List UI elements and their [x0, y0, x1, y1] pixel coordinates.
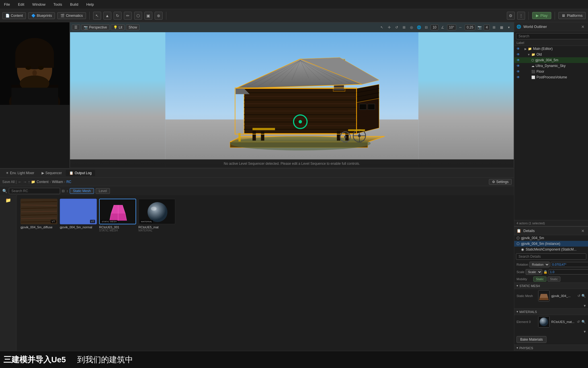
- static-mesh-section-header[interactable]: ▾ STATIC MESH: [514, 282, 588, 289]
- rotation-dropdown[interactable]: Rotation: [529, 262, 550, 267]
- physics-section-header[interactable]: ▾ PHYSICS: [514, 345, 588, 351]
- grid-icon[interactable]: ⊞: [491, 24, 497, 31]
- scale-dropdown[interactable]: Scale: [526, 269, 542, 275]
- cinematics-tab[interactable]: 🎬 Cinematics: [57, 12, 86, 19]
- list-item[interactable]: VT gjovik_004_5m_normal: [60, 199, 97, 347]
- filter-icon[interactable]: ⊟: [62, 189, 65, 193]
- sequencer-tab[interactable]: ▶ Sequencer: [38, 170, 65, 176]
- outliner-item-sky[interactable]: 👁 ☁ Ultra_Dynamic_Sky: [514, 63, 588, 69]
- menu-build[interactable]: Build: [68, 1, 80, 8]
- forward-btn[interactable]: →: [23, 180, 27, 184]
- camera-icon[interactable]: 📷: [476, 24, 483, 31]
- menu-window[interactable]: Window: [30, 1, 47, 8]
- nav-folder-icon[interactable]: 📁: [5, 198, 11, 203]
- list-item[interactable]: VT gjovik_004_5m_diffuse: [21, 199, 58, 347]
- sort-icon[interactable]: ↕: [66, 189, 68, 193]
- layout-icon[interactable]: ▦: [498, 24, 505, 31]
- list-item[interactable]: MATERIAL RCtoUE5_mat: [138, 199, 175, 347]
- visibility-icon[interactable]: 👁: [517, 75, 520, 79]
- visibility-icon[interactable]: 👁: [517, 70, 520, 74]
- perspective-button[interactable]: 📷 Perspective: [81, 25, 110, 30]
- materials-section-header[interactable]: ▾ MATERIALS: [514, 308, 588, 315]
- chevron-down-icon[interactable]: ▾: [506, 24, 512, 31]
- hamburger-menu[interactable]: ☰: [72, 25, 80, 30]
- platforms-button[interactable]: 🖥 Platforms: [558, 12, 586, 19]
- bake-materials-button[interactable]: Bake Materials: [517, 336, 546, 343]
- search-mat-icon[interactable]: 🔍: [581, 320, 586, 324]
- outliner-search-input[interactable]: [516, 33, 588, 39]
- play-button[interactable]: ▶ Play: [532, 12, 551, 19]
- outliner-item-floor[interactable]: 👁 ⬛ Floor: [514, 69, 588, 74]
- content-tab[interactable]: 📄 Content: [2, 12, 26, 19]
- world-icon[interactable]: 🌐: [416, 24, 422, 31]
- rotate-icon[interactable]: ↺: [394, 24, 400, 31]
- details-item-gjovik-instance[interactable]: ⬡ gjovik_004_5m (Instance): [514, 241, 588, 247]
- sm-chevron-icon[interactable]: ▾: [584, 303, 586, 308]
- snap-icon[interactable]: ⊟: [423, 24, 429, 31]
- list-item[interactable]: STATIC MESH RCtoUE5_001 STATIC MESH: [99, 199, 136, 347]
- select-icon[interactable]: ↖: [379, 24, 385, 31]
- env-light-mixer-tab[interactable]: ☀ Env. Light Mixer: [2, 170, 38, 176]
- close-details-button[interactable]: ✕: [580, 228, 586, 234]
- path-rc[interactable]: RC: [66, 180, 71, 184]
- outliner-item-postprocess[interactable]: 👁 ⬜ PostProcessVolume: [514, 74, 588, 80]
- mat-chevron-icon[interactable]: ▾: [584, 329, 586, 334]
- level-filter[interactable]: Level: [96, 188, 110, 194]
- back-btn[interactable]: ←: [18, 180, 22, 184]
- output-log-tab[interactable]: 📋 Output Log: [66, 170, 95, 176]
- rotation-x-input[interactable]: [551, 262, 588, 267]
- camera-tool[interactable]: ▣: [144, 12, 152, 20]
- details-item-gjovik[interactable]: ⬡ gjovik_004_5m: [514, 235, 588, 241]
- blueprints-tab[interactable]: 🔷 Blueprints: [28, 12, 55, 19]
- refresh-icon[interactable]: ↺: [577, 294, 580, 298]
- show-button[interactable]: Show: [126, 25, 140, 30]
- menu-tools[interactable]: Tools: [52, 1, 64, 8]
- static-mobility-btn[interactable]: Static: [533, 276, 546, 282]
- static2-mobility-btn[interactable]: Static: [548, 276, 561, 282]
- visibility-icon[interactable]: 👁: [517, 52, 520, 56]
- menu-help[interactable]: Help: [85, 1, 96, 8]
- path-content[interactable]: Content: [36, 180, 48, 184]
- scale-icon2[interactable]: ↔: [457, 24, 464, 31]
- settings-icon[interactable]: ⚙: [507, 12, 515, 20]
- scale-value[interactable]: 0.25: [465, 25, 475, 30]
- scale-x-input[interactable]: [549, 269, 588, 275]
- extra-tool[interactable]: ⊕: [155, 12, 163, 20]
- translate-icon[interactable]: ✛: [386, 24, 392, 31]
- scale-icon[interactable]: ⊞: [401, 24, 407, 31]
- visibility-icon[interactable]: 👁: [517, 47, 520, 51]
- details-item-static-mesh-component[interactable]: ◉ StaticMeshComponent (StaticM...: [514, 247, 588, 252]
- search-icon[interactable]: 🔍: [2, 189, 7, 193]
- lit-button[interactable]: 💡 Lit: [111, 25, 125, 30]
- static-mesh-filter[interactable]: Static Mesh: [70, 188, 94, 194]
- search-icon[interactable]: 🔍: [581, 294, 586, 298]
- visibility-icon[interactable]: 👁: [517, 58, 520, 62]
- details-search-input[interactable]: [516, 253, 586, 260]
- content-search-input[interactable]: [9, 188, 60, 194]
- rotate-tool[interactable]: ↻: [114, 12, 122, 20]
- settings-button[interactable]: ⚙ Settings: [489, 179, 512, 185]
- more-icon[interactable]: ⋮: [517, 12, 525, 20]
- close-outliner-button[interactable]: ✕: [580, 24, 586, 30]
- save-all-btn[interactable]: Save All: [2, 180, 15, 184]
- camera-value[interactable]: 4: [484, 25, 490, 30]
- visibility-icon[interactable]: 👁: [517, 64, 520, 68]
- snap-tool[interactable]: ⬡: [134, 12, 142, 20]
- select-tool[interactable]: ↖: [93, 12, 101, 20]
- gizmo-icon[interactable]: ◎: [408, 24, 415, 31]
- grid-size[interactable]: 10: [431, 25, 438, 30]
- up-btn[interactable]: ↑: [28, 180, 30, 184]
- lock-icon[interactable]: 🔒: [543, 270, 548, 274]
- outliner-item-main-editor[interactable]: 👁 ▶ 📁 Main (Editor): [514, 46, 588, 52]
- outliner-item-old[interactable]: 👁 ▼ 📁 Old: [514, 52, 588, 57]
- move-tool[interactable]: ▲: [103, 12, 111, 20]
- menu-file[interactable]: File: [2, 1, 12, 8]
- viewport[interactable]: ☰ 📷 Perspective 💡 Lit Show ↖ ✛ ↺ ⊞ ◎ 🌐 ⊟…: [70, 22, 514, 168]
- angle-value[interactable]: 10°: [447, 25, 456, 30]
- menu-edit[interactable]: Edit: [16, 1, 26, 8]
- path-william[interactable]: William: [52, 180, 63, 184]
- angle-icon[interactable]: ∠: [440, 24, 446, 31]
- scale-tool[interactable]: ✏: [124, 12, 132, 20]
- outliner-item-gjovik[interactable]: 👁 ⬡ gjovik_004_5m: [514, 57, 588, 63]
- refresh-mat-icon[interactable]: ↺: [577, 320, 580, 324]
